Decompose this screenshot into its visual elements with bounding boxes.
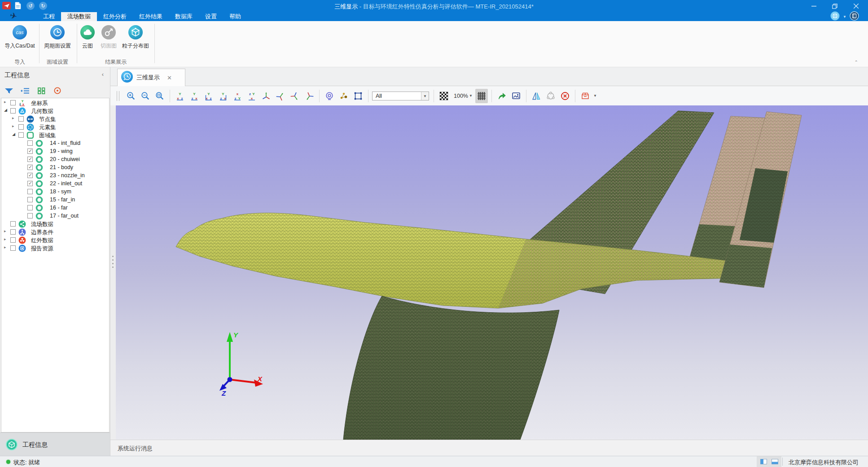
tree-expander-icon[interactable]: ▸ — [12, 116, 14, 120]
tab-3d-display[interactable]: 三维显示 ✕ — [117, 69, 185, 86]
tree-expander-icon[interactable]: ◢ — [12, 132, 15, 136]
restore-button[interactable] — [828, 0, 842, 12]
filter-icon[interactable] — [4, 87, 14, 95]
tree-item-14-int_fluid[interactable]: 14 - int_fluid — [1, 139, 109, 147]
package-dropdown-icon[interactable]: ▼ — [593, 94, 597, 98]
tree-checkbox[interactable] — [27, 197, 33, 202]
zoom-out-icon[interactable] — [139, 89, 152, 103]
tree-item-流场数据[interactable]: 流场数据 — [1, 220, 109, 228]
node-display-icon[interactable] — [338, 89, 350, 103]
tree-checkbox[interactable] — [27, 165, 33, 170]
tree-checkbox[interactable] — [27, 140, 33, 146]
mesh-grid-toggle[interactable] — [475, 89, 488, 103]
tree-item-红外数据[interactable]: ▸红外数据 — [1, 236, 109, 244]
view-right-icon[interactable]: Yzx — [217, 89, 229, 103]
tree-checkbox[interactable] — [18, 124, 24, 130]
region-select-icon[interactable] — [352, 89, 364, 103]
tree-item-几何数据[interactable]: ◢几何数据 — [1, 107, 109, 115]
tree-item-15-far_in[interactable]: 15 - far_in — [1, 196, 109, 204]
cancel-icon[interactable] — [559, 89, 571, 103]
minimize-button[interactable] — [807, 0, 820, 12]
tree-item-面域集[interactable]: ◢面域集 — [1, 131, 109, 139]
tree-checkbox[interactable] — [27, 205, 33, 210]
tree-item-元素集[interactable]: ▸元素集 — [1, 123, 109, 131]
tree-item-节点集[interactable]: ▸节点集 — [1, 115, 109, 123]
tree-checkbox[interactable] — [10, 100, 16, 105]
view-iso-1-icon[interactable] — [260, 89, 272, 103]
tree-expander-icon[interactable]: ▸ — [12, 124, 14, 128]
tree-item-23-nozzle_in[interactable]: 23 - nozzle_in — [1, 171, 109, 179]
tree-checkbox[interactable] — [27, 189, 33, 194]
tree-item-17-far_out[interactable]: 17 - far_out — [1, 212, 109, 220]
snapshot-icon[interactable] — [510, 89, 522, 103]
tree-checkbox[interactable] — [27, 181, 33, 186]
tree-expander-icon[interactable]: ▸ — [4, 245, 6, 249]
tree-checkbox[interactable] — [27, 213, 33, 218]
tree-item-20-chuiwei[interactable]: 20 - chuiwei — [1, 155, 109, 163]
ribbon-collapse-icon[interactable]: ⌃ — [855, 60, 858, 65]
mirror-icon[interactable] — [530, 89, 543, 103]
zoom-fit-icon[interactable] — [153, 89, 166, 103]
menu-item-0[interactable]: 工程 — [37, 12, 61, 21]
menu-item-2[interactable]: 红外分析 — [97, 12, 133, 21]
tree-item-19-wing[interactable]: 19 - wing — [1, 147, 109, 155]
ribbon-button-4[interactable]: 粒子分布图 — [115, 25, 156, 50]
tree-expander-icon[interactable]: ▸ — [4, 237, 6, 241]
tree-expander-icon[interactable]: ▸ — [4, 229, 6, 233]
tab-close-icon[interactable]: ✕ — [167, 74, 172, 81]
tree-checkbox[interactable] — [10, 229, 16, 235]
layout-split-left-icon[interactable] — [760, 459, 767, 464]
transparency-icon[interactable] — [438, 89, 450, 103]
tree-checkbox[interactable] — [10, 108, 16, 113]
tree-item-18-sym[interactable]: 18 - sym — [1, 188, 109, 196]
tree-checkbox[interactable] — [27, 157, 33, 162]
zoom-level-value[interactable]: 100% — [454, 93, 468, 99]
panel-collapse-icon[interactable]: ‹ — [102, 71, 104, 78]
tree-item-坐标系[interactable]: ▸Yzx坐标系 — [1, 99, 109, 107]
ribbon-button-0[interactable]: cas导入Cas/Dat — [0, 25, 40, 50]
probe-icon[interactable] — [323, 89, 336, 103]
combo-dropdown-icon[interactable]: ▼ — [421, 92, 429, 100]
target-icon[interactable] — [53, 87, 62, 95]
menu-item-5[interactable]: 设置 — [199, 12, 223, 21]
tree-item-22-inlet_out[interactable]: 22 - inlet_out — [1, 179, 109, 188]
list-icon[interactable] — [20, 87, 30, 95]
export-arrow-icon[interactable] — [495, 89, 508, 103]
view-iso-2-icon[interactable] — [274, 89, 287, 103]
menu-item-6[interactable]: 帮助 — [223, 12, 247, 21]
tree-checkbox[interactable] — [27, 148, 33, 154]
view-front-icon[interactable]: Yxz — [174, 89, 186, 103]
view-back-icon[interactable]: Yzx — [188, 89, 201, 103]
display-filter-select[interactable]: All ▼ — [372, 92, 429, 100]
panel-footer[interactable]: 工程信息 — [0, 432, 110, 456]
orbit-icon[interactable] — [544, 89, 557, 103]
view-bottom-icon[interactable]: zYx — [245, 89, 258, 103]
toolbar-drag-handle[interactable] — [117, 91, 119, 101]
package-icon[interactable] — [579, 89, 592, 103]
zoom-dropdown-icon[interactable]: ▼ — [469, 94, 473, 98]
tree-item-边界条件[interactable]: ▸边界条件 — [1, 228, 109, 236]
view-left-icon[interactable]: Yxz — [202, 89, 215, 103]
tree-expander-icon[interactable]: ◢ — [4, 108, 7, 112]
close-button[interactable] — [849, 0, 863, 12]
tree-checkbox[interactable] — [18, 132, 24, 138]
zoom-in-icon[interactable] — [125, 89, 137, 103]
tree-item-16-far[interactable]: 16 - far — [1, 204, 109, 212]
tree-checkbox[interactable] — [18, 116, 24, 122]
view-top-icon[interactable]: xzY — [231, 89, 244, 103]
menu-item-4[interactable]: 数据库 — [169, 12, 199, 21]
view-iso-4-icon[interactable] — [303, 89, 316, 103]
layout-split-bottom-icon[interactable] — [772, 459, 778, 464]
tree-expander-icon[interactable]: ▸ — [4, 100, 6, 104]
tree-checkbox[interactable] — [10, 221, 16, 227]
menu-item-3[interactable]: 红外结果 — [133, 12, 169, 21]
tree-item-报告资源[interactable]: ▸报告资源 — [1, 244, 109, 252]
menu-item-1[interactable]: 流场数据 — [61, 12, 97, 21]
viewport-3d[interactable]: Y X Z — [116, 105, 868, 440]
tree-checkbox[interactable] — [10, 245, 16, 251]
tree-item-21-body[interactable]: 21 - body — [1, 163, 109, 171]
panel-splitter[interactable] — [110, 105, 116, 440]
tree-checkbox[interactable] — [10, 237, 16, 243]
view-iso-3-icon[interactable] — [289, 89, 301, 103]
mode-dropdown-icon[interactable]: ▼ — [843, 15, 846, 19]
